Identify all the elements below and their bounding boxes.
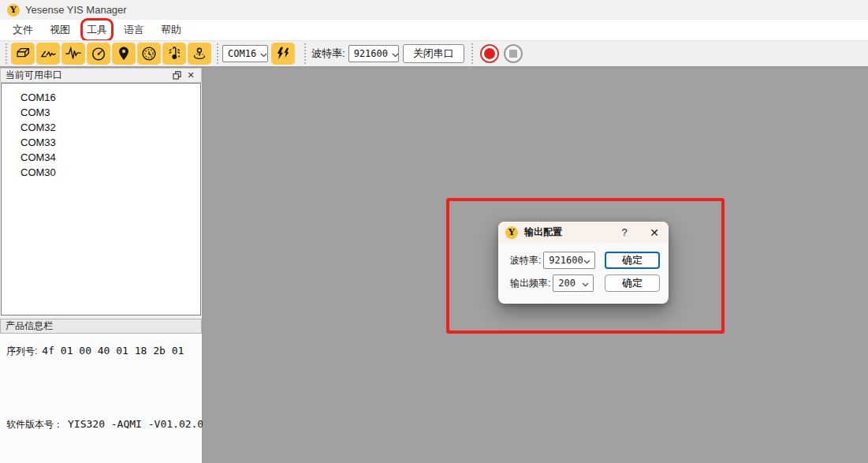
chevron-down-icon xyxy=(392,48,399,60)
cube-3d-icon xyxy=(14,45,32,62)
rate-confirm-button[interactable]: 确定 xyxy=(605,274,660,292)
close-panel-icon[interactable]: ✕ xyxy=(184,69,198,81)
baud-combo[interactable]: 921600 xyxy=(348,45,399,62)
dock-header: 当前可用串口 ✕ xyxy=(0,68,202,83)
software-version-line: 软件版本号： YIS320 -AQMI -V01.02.03; xyxy=(6,418,202,431)
dialog-baud-label: 波特率: xyxy=(510,254,541,267)
port-list-item[interactable]: COM3 xyxy=(2,105,200,120)
baud-confirm-button[interactable]: 确定 xyxy=(605,252,660,269)
toolbar: COM16 波特率: 921600 关闭串口 xyxy=(0,40,868,68)
dialog-rate-combo[interactable]: 200 xyxy=(553,274,594,292)
refresh-ports-button[interactable] xyxy=(271,43,295,65)
menu-bar: 文件 视图 工具 语言 帮助 xyxy=(0,20,868,40)
dialog-help-button[interactable]: ? xyxy=(617,226,631,238)
menu-language[interactable]: 语言 xyxy=(121,21,147,39)
port-list-item[interactable]: COM30 xyxy=(2,165,200,180)
menu-file[interactable]: 文件 xyxy=(9,21,36,39)
record-icon xyxy=(484,48,495,59)
dialog-rate-label: 输出频率: xyxy=(510,277,550,290)
3d-view-button[interactable] xyxy=(11,43,35,65)
port-combo-value: COM16 xyxy=(228,48,256,59)
serial-number-label: 序列号: xyxy=(6,345,37,358)
dialog-body: 波特率: 921600 确定 输出频率: 200 确定 xyxy=(498,243,669,292)
location-button[interactable] xyxy=(112,43,136,65)
product-info-header: 产品信息栏 xyxy=(0,319,202,334)
app-title: Yesense YIS Manager xyxy=(25,4,127,16)
toolbar-drag-handle[interactable] xyxy=(304,43,306,64)
port-list-item[interactable]: COM33 xyxy=(2,135,200,150)
output-rate-row: 输出频率: 200 确定 xyxy=(510,274,660,292)
baud-rate-row: 波特率: 921600 确定 xyxy=(510,252,660,269)
port-list: COM16 COM3 COM32 COM33 COM34 COM30 xyxy=(1,83,201,316)
toolbar-drag-handle[interactable] xyxy=(471,43,473,64)
angle-waveform-icon xyxy=(39,45,57,62)
refresh-lightning-icon xyxy=(274,45,292,62)
dialog-baud-value: 921600 xyxy=(549,255,583,266)
port-list-item[interactable]: COM32 xyxy=(2,120,200,135)
menu-view[interactable]: 视图 xyxy=(47,21,73,39)
baud-rate-label: 波特率: xyxy=(311,47,345,61)
angle-plot-button[interactable] xyxy=(36,43,60,65)
toolbar-drag-handle[interactable] xyxy=(217,43,218,64)
serial-number-value: 4f 01 00 40 01 18 2b 01 xyxy=(42,345,184,357)
utc-clock-icon xyxy=(140,45,158,62)
menu-help[interactable]: 帮助 xyxy=(158,21,184,39)
stop-icon xyxy=(509,50,517,58)
port-list-item[interactable]: COM34 xyxy=(2,150,200,165)
app-window: Yesense YIS Manager 文件 视图 工具 语言 帮助 xyxy=(0,0,868,463)
thermometer-icon xyxy=(166,45,183,62)
waveform-plot-button[interactable] xyxy=(61,43,85,65)
utc-time-button[interactable] xyxy=(137,43,161,65)
float-panel-icon[interactable] xyxy=(170,69,184,81)
software-version-label: 软件版本号： xyxy=(6,418,63,431)
app-logo-icon xyxy=(7,4,20,17)
location-pin-icon xyxy=(115,45,132,62)
stop-button[interactable] xyxy=(504,44,523,63)
attitude-button[interactable] xyxy=(188,43,211,65)
chevron-down-icon xyxy=(583,255,590,267)
port-list-item[interactable]: COM16 xyxy=(2,90,200,105)
dialog-close-icon[interactable]: ✕ xyxy=(647,226,661,239)
chevron-down-icon xyxy=(582,278,589,289)
dialog-title-bar: 输出配置 ? ✕ xyxy=(498,222,669,243)
baud-combo-value: 921600 xyxy=(354,48,388,59)
gauge-icon xyxy=(90,45,107,62)
attitude-sensor-icon xyxy=(191,45,208,62)
dock-title: 当前可用串口 xyxy=(6,69,170,82)
output-config-dialog: 输出配置 ? ✕ 波特率: 921600 确定 输出频率: xyxy=(498,222,669,304)
gauge-button[interactable] xyxy=(87,43,110,65)
dialog-baud-combo[interactable]: 921600 xyxy=(543,252,595,269)
serial-number-line: 序列号: 4f 01 00 40 01 18 2b 01 xyxy=(6,345,202,358)
toolbar-drag-handle[interactable] xyxy=(6,43,7,64)
title-bar: Yesense YIS Manager xyxy=(0,0,868,20)
record-button[interactable] xyxy=(480,44,499,63)
workspace-area: 输出配置 ? ✕ 波特率: 921600 确定 输出频率: xyxy=(203,68,868,463)
software-version-value: YIS320 -AQMI -V01.02.03; xyxy=(68,418,216,430)
port-combo[interactable]: COM16 xyxy=(222,45,268,62)
serial-port-panel: 当前可用串口 ✕ COM16 COM3 COM32 COM33 COM34 CO… xyxy=(0,68,203,463)
close-serial-port-button[interactable]: 关闭串口 xyxy=(403,44,464,63)
dialog-rate-value: 200 xyxy=(558,278,576,289)
menu-tools[interactable]: 工具 xyxy=(84,21,110,39)
dialog-logo-icon xyxy=(505,226,518,239)
vibration-waveform-icon xyxy=(65,45,82,62)
dialog-title: 输出配置 xyxy=(524,226,617,239)
chevron-down-icon xyxy=(260,48,267,60)
product-info-body: 序列号: 4f 01 00 40 01 18 2b 01 软件版本号： YIS3… xyxy=(0,334,202,463)
temperature-button[interactable] xyxy=(162,43,186,65)
